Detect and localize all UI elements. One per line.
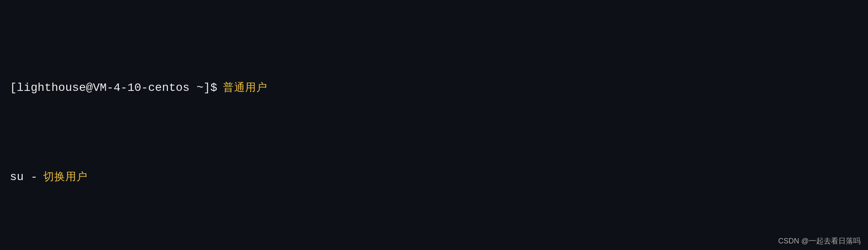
terminal-window: [lighthouse@VM-4-10-centos ~]$ 普通用户 su -… — [0, 0, 868, 250]
terminal-line-2: su - 切换用户 — [10, 168, 858, 186]
command-su: su - — [10, 168, 37, 186]
annotation-2: 切换用户 — [43, 169, 88, 185]
terminal-line-1: [lighthouse@VM-4-10-centos ~]$ 普通用户 — [10, 79, 858, 97]
annotation-1: 普通用户 — [223, 79, 267, 96]
watermark: CSDN @一起去看日落吗 — [778, 236, 861, 246]
prompt-1: [lighthouse@VM-4-10-centos ~]$ — [10, 79, 217, 97]
terminal-content: [lighthouse@VM-4-10-centos ~]$ 普通用户 su -… — [10, 7, 858, 250]
